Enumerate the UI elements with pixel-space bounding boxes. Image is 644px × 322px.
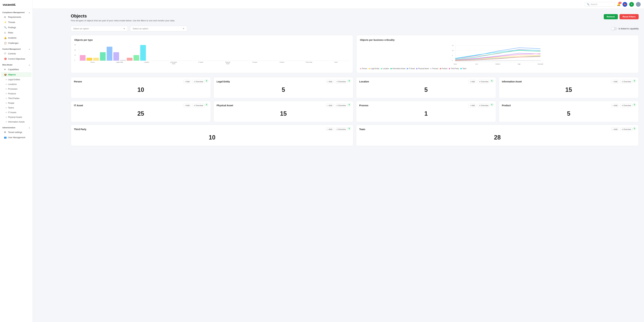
user-avatar-green[interactable]: + [629, 2, 634, 7]
bar-person [80, 55, 86, 61]
legend-dot-process [430, 68, 432, 69]
main-content: Objects Find all types of objects that a… [66, 9, 644, 322]
refresh-button[interactable]: Refresh [604, 14, 618, 19]
badge-info-asset: 0 [633, 80, 636, 82]
legend-it-asset: IT Asset [407, 68, 415, 70]
legend-dot-location [381, 68, 382, 69]
obj-title-legal-entity: Legal Entity [217, 80, 230, 83]
sidebar-item-processes[interactable]: Processes [1, 87, 32, 91]
count-process: 1 [359, 109, 493, 119]
search-box[interactable]: 🔍 Search [585, 2, 615, 7]
control-section-header[interactable]: Control Management ▲ [0, 46, 32, 51]
chevron-down-icon: ▼ [123, 27, 125, 30]
legend-dot-physical-asset [416, 68, 418, 69]
x-label-physical-asset: Physical Asset [224, 62, 231, 65]
bullet-icon [6, 89, 7, 90]
add-person-button[interactable]: + Add [183, 80, 191, 83]
badge-physical-asset: 0 [348, 103, 351, 106]
overview-process-button[interactable]: ≡ Overview [478, 104, 490, 107]
overview-physical-asset-button[interactable]: ≡ Overview [335, 104, 347, 107]
sidebar-item-incidents[interactable]: 🔔 Incidents [1, 36, 32, 40]
legend-third-party: Third Party [449, 68, 459, 70]
overview-team-button[interactable]: ≡ Overview [620, 128, 632, 131]
sidebar-item-teams[interactable]: Teams [1, 106, 32, 110]
sidebar-item-challenges[interactable]: 📋 Challenges [1, 41, 32, 46]
sidebar-item-risks[interactable]: ⚠ Risks [1, 30, 32, 35]
bar-physical-asset-rect [113, 52, 119, 61]
compliance-section-header[interactable]: Compliance Management ▲ [0, 9, 32, 15]
sidebar-item-it-assets[interactable]: IT Assets [1, 110, 32, 115]
add-third-party-button[interactable]: + Add [326, 128, 334, 131]
sidebar-item-people[interactable]: People [1, 101, 32, 105]
y-tick-0: 0 [74, 60, 76, 61]
filter-select-2[interactable]: Select an option ▼ [130, 26, 187, 31]
obj-title-location: Location [359, 80, 369, 83]
sidebar-item-third-parties[interactable]: Third Parties [1, 96, 32, 101]
reset-filters-button[interactable]: Reset Filters [620, 14, 639, 19]
count-third-party: 10 [74, 133, 350, 142]
obj-card-product: Product + Add ≡ Overview ▽ 0 5 [499, 101, 639, 122]
objects-grid-row2: IT Asset + Add ≡ Overview ▽ 0 25 Physica… [71, 101, 639, 122]
sidebar-item-physical-assets[interactable]: Physical Assets [1, 115, 32, 119]
svg-text:10: 10 [452, 50, 454, 51]
sidebar-item-information-assets[interactable]: Information Assets [1, 120, 32, 124]
overview-third-party-button[interactable]: ≡ Overview [335, 128, 347, 131]
control-objectives-icon: 🎯 [4, 58, 7, 60]
obj-title-product: Product [502, 104, 511, 107]
filter-select-1[interactable]: Select an option ▼ [71, 26, 128, 31]
bullet-icon [6, 112, 7, 113]
user-avatar-photo[interactable] [636, 2, 641, 7]
sidebar-item-findings[interactable]: 🔍 Findings [1, 25, 32, 30]
x-label-person: Person [89, 62, 96, 65]
add-product-button[interactable]: + Add [611, 104, 619, 107]
admin-section-header[interactable]: Administration ▲ [0, 124, 32, 130]
overview-it-asset-button[interactable]: ≡ Overview [192, 104, 204, 107]
sidebar-item-threats[interactable]: ⚡ Threats [1, 20, 32, 25]
obj-card-info-asset: Information Asset + Add ≡ Overview ▽ 0 1… [499, 77, 639, 98]
overview-info-asset-button[interactable]: ≡ Overview [620, 80, 632, 83]
add-it-asset-button[interactable]: + Add [183, 104, 191, 107]
legend-legal-entity: Legal Entity [368, 68, 379, 70]
bar-product-rect [127, 58, 132, 61]
overview-person-button[interactable]: ≡ Overview [192, 80, 204, 83]
sidebar-item-objects[interactable]: 📦 Objects [1, 72, 32, 77]
overview-legal-entity-button[interactable]: ≡ Overview [335, 80, 347, 83]
add-location-button[interactable]: + Add [468, 80, 476, 83]
bar-it-asset [107, 47, 112, 61]
add-legal-entity-button[interactable]: + Add [326, 80, 334, 83]
sidebar-item-tenant-settings[interactable]: ⚙ Tenant settings [1, 130, 32, 135]
sidebar-item-requirements[interactable]: ⚖ Requirements [1, 15, 32, 20]
legend-person: Person [360, 68, 367, 70]
bullet-icon [6, 93, 7, 94]
bar-third-party-rect [134, 55, 139, 61]
y-tick-20: 20 [74, 49, 76, 51]
sidebar-item-user-management[interactable]: 👥 User Management [1, 135, 32, 140]
svg-text:Low: Low [475, 63, 478, 65]
obj-card-physical-asset: Physical Asset + Add ≡ Overview ▽ 0 15 [214, 101, 354, 122]
sidebar-item-control-objectives[interactable]: 🎯 Control Objectives [1, 56, 32, 61]
overview-location-button[interactable]: ≡ Overview [478, 80, 490, 83]
filter-row: Select an option ▼ Select an option ▼ Is… [71, 26, 639, 31]
controls-icon: 🛡 [4, 52, 7, 55]
language-flag[interactable]: 🇬🇧 [622, 2, 627, 7]
chevron-down-icon2: ▼ [182, 27, 185, 30]
toggle-switch[interactable] [611, 27, 617, 30]
sidebar-item-products[interactable]: Products [1, 92, 32, 96]
overview-product-button[interactable]: ≡ Overview [620, 104, 632, 107]
sidebar-item-locations[interactable]: Locations [1, 82, 32, 87]
bullet-icon [6, 107, 7, 108]
add-info-asset-button[interactable]: + Add [611, 80, 619, 83]
obj-title-person: Person [74, 80, 82, 83]
notification-bell[interactable]: 🔔 60 [617, 3, 620, 6]
meta-section-header[interactable]: Meta Model ▲ [0, 62, 32, 67]
add-team-button[interactable]: + Add [611, 128, 619, 131]
sidebar-item-legal-entities[interactable]: Legal Entities [1, 77, 32, 82]
add-physical-asset-button[interactable]: + Add [326, 104, 334, 107]
obj-card-process: Process + Add ≡ Overview ▽ 0 1 [356, 101, 496, 122]
bar-chart-x-labels: Person Legal Entity Location Information… [79, 62, 350, 65]
sidebar-item-capabilities[interactable]: ✦ Capabilities [1, 67, 32, 72]
chevron-up-icon3: ▲ [28, 64, 30, 66]
bullet-icon [6, 79, 7, 80]
sidebar-item-controls[interactable]: 🛡 Controls [1, 51, 32, 56]
add-process-button[interactable]: + Add [468, 104, 476, 107]
